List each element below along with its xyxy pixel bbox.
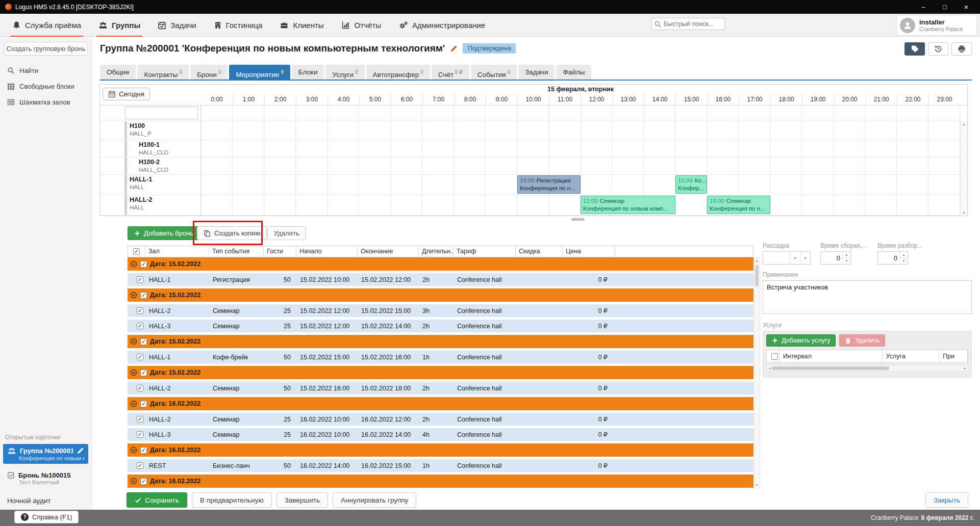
teardown-time-input[interactable]: [878, 252, 899, 264]
row-checkbox[interactable]: ✓: [137, 276, 143, 283]
table-group-row[interactable]: ✓Дата: 15.02.2022: [128, 335, 753, 348]
edit-title-icon[interactable]: [450, 45, 458, 52]
group-checkbox[interactable]: ✓: [140, 370, 147, 376]
table-row[interactable]: ✓HALL-2Семинар2516.02.2022 10:0016.02.20…: [128, 413, 753, 426]
nav-item-0[interactable]: Служба приёма: [12, 14, 81, 37]
open-card-0[interactable]: Группа №200001 'К...Конференция по новым…: [3, 444, 88, 464]
hall-filter-input[interactable]: [125, 107, 198, 119]
to-preliminary-button[interactable]: В предварительную: [192, 492, 272, 508]
table-row[interactable]: ✓HALL-1Регистрация5015.02.2022 10:0015.0…: [128, 273, 753, 286]
row-checkbox[interactable]: ✓: [137, 323, 143, 329]
delete-button[interactable]: Удалить: [267, 226, 306, 240]
teardown-time-stepper[interactable]: ▲▼: [877, 251, 908, 265]
setup-time-stepper[interactable]: ▲▼: [820, 251, 851, 265]
timeline-horizontal-scrollbar[interactable]: [571, 218, 585, 221]
nav-item-6[interactable]: Администрирование: [398, 14, 485, 37]
tab-3[interactable]: Мероприятие9: [229, 65, 290, 80]
annul-group-button[interactable]: Аннулировать группу: [333, 492, 416, 508]
table-vertical-scrollbar[interactable]: ▲ ▼: [753, 257, 760, 488]
close-card-button[interactable]: Закрыть: [925, 492, 968, 508]
open-card-1[interactable]: Бронь №100015Тест Валютный: [3, 469, 88, 488]
timeline-vertical-scrollbar[interactable]: ▲ ▼: [960, 121, 967, 216]
table-row[interactable]: ✓HALL-3Семинар2516.02.2022 10:0016.02.20…: [128, 428, 753, 441]
timeline-event[interactable]: 15:00Ко...Конфер...: [675, 175, 707, 194]
add-booking-button[interactable]: Добавить бронь: [128, 226, 200, 240]
nav-item-5[interactable]: Отчёты: [341, 14, 381, 37]
scroll-right-icon[interactable]: ►: [963, 365, 967, 371]
tab-10[interactable]: Файлы: [556, 65, 591, 80]
table-group-row[interactable]: ✓Дата: 16.02.2022: [128, 475, 753, 488]
spin-up-icon[interactable]: ▲: [900, 252, 908, 258]
scroll-left-icon[interactable]: ◄: [768, 365, 771, 371]
tab-5[interactable]: Услуги0: [325, 65, 364, 80]
row-checkbox[interactable]: ✓: [137, 307, 143, 314]
services-horizontal-scrollbar[interactable]: ◄ ►: [766, 365, 968, 372]
spin-up-icon[interactable]: ▲: [843, 252, 850, 258]
minimize-button[interactable]: –: [913, 3, 934, 11]
table-group-row[interactable]: ✓Дата: 16.02.2022: [128, 397, 753, 410]
scrollbar-thumb[interactable]: [755, 265, 759, 286]
sidebar-item-1[interactable]: Свободные блоки: [0, 78, 91, 94]
tab-0[interactable]: Общие: [100, 65, 136, 80]
add-service-button[interactable]: Добавить услугу: [766, 334, 836, 347]
search-input[interactable]: [664, 20, 720, 28]
table-row[interactable]: ✓HALL-3Семинар2515.02.2022 12:0015.02.20…: [128, 320, 753, 332]
scroll-down-icon[interactable]: ▼: [754, 483, 760, 487]
history-button[interactable]: [928, 42, 948, 56]
tab-8[interactable]: События0: [471, 65, 517, 80]
group-checkbox[interactable]: ✓: [140, 478, 147, 485]
table-row[interactable]: ✓RESTБизнес-ланч5016.02.2022 14:0016.02.…: [128, 459, 753, 472]
timeline-event[interactable]: 12:00СеминарКонференция по новым комп...: [581, 196, 675, 214]
maximize-button[interactable]: □: [934, 3, 956, 11]
row-checkbox[interactable]: ✓: [137, 354, 143, 360]
table-group-row[interactable]: ✓Дата: 15.02.2022: [128, 366, 753, 379]
quick-search[interactable]: [651, 18, 725, 30]
scroll-up-icon[interactable]: ▲: [754, 259, 760, 262]
tags-button[interactable]: [904, 42, 925, 56]
group-checkbox[interactable]: ✓: [140, 338, 147, 345]
table-group-row[interactable]: ✓Дата: 15.02.2022: [128, 257, 753, 271]
nav-item-3[interactable]: Гостиница: [214, 14, 263, 37]
scroll-down-icon[interactable]: ▼: [961, 211, 967, 215]
sidebar-item-night-audit[interactable]: Ночной аудит: [0, 493, 91, 505]
table-group-row[interactable]: ✓Дата: 15.02.2022: [128, 288, 753, 302]
table-group-row[interactable]: ✓Дата: 16.02.2022: [128, 443, 753, 457]
today-button[interactable]: Сегодня: [103, 88, 150, 100]
row-checkbox[interactable]: ✓: [137, 462, 143, 469]
create-group-booking-button[interactable]: Создать групповую бронь: [4, 42, 88, 56]
tab-6[interactable]: Автотрансфер0: [366, 65, 430, 80]
notes-textarea[interactable]: Встреча участников: [763, 280, 972, 314]
spin-down-icon[interactable]: ▼: [900, 258, 908, 265]
close-button[interactable]: ×: [956, 3, 977, 11]
save-button[interactable]: Сохранить: [127, 492, 187, 508]
scroll-up-icon[interactable]: ▲: [961, 122, 967, 126]
row-checkbox[interactable]: ✓: [137, 431, 143, 438]
nav-item-1[interactable]: Группы: [98, 14, 140, 37]
group-checkbox[interactable]: ✓: [140, 292, 147, 299]
tab-1[interactable]: Контракты0: [137, 65, 189, 80]
user-box[interactable]: installer Cranberry Palace: [896, 15, 977, 36]
group-checkbox[interactable]: ✓: [140, 261, 147, 268]
help-button[interactable]: ? Справка (F1): [14, 511, 79, 523]
finish-button[interactable]: Завершить: [277, 492, 328, 508]
tab-2[interactable]: Брони0: [190, 65, 228, 80]
delete-service-button[interactable]: Удалить: [839, 334, 885, 347]
tab-9[interactable]: Задачи: [518, 65, 555, 80]
row-checkbox[interactable]: ✓: [137, 385, 143, 391]
spin-down-icon[interactable]: ▼: [843, 258, 850, 265]
table-row[interactable]: ✓HALL-1Кофе-брейк5015.02.2022 15:0015.02…: [128, 351, 753, 363]
nav-item-4[interactable]: Клиенты: [280, 14, 323, 37]
tab-7[interactable]: Счёт0 ₽: [432, 65, 469, 80]
setup-time-input[interactable]: [821, 252, 842, 264]
create-copy-button[interactable]: Создать копию: [197, 226, 267, 240]
row-checkbox[interactable]: ✓: [137, 416, 143, 423]
sidebar-item-2[interactable]: Шахматка залов: [0, 94, 91, 110]
tab-4[interactable]: Блоки: [292, 65, 324, 80]
scrollbar-thumb[interactable]: [772, 366, 889, 370]
sidebar-item-0[interactable]: Найти: [0, 63, 91, 78]
table-row[interactable]: ✓HALL-2Семинар2515.02.2022 12:0015.02.20…: [128, 304, 753, 317]
timeline-event[interactable]: 10:00РегистрацияКонференция по н...: [517, 175, 581, 194]
chevron-down-icon[interactable]: ▼: [800, 252, 810, 264]
print-button[interactable]: [951, 42, 972, 56]
nav-item-2[interactable]: Задачи: [158, 14, 196, 37]
